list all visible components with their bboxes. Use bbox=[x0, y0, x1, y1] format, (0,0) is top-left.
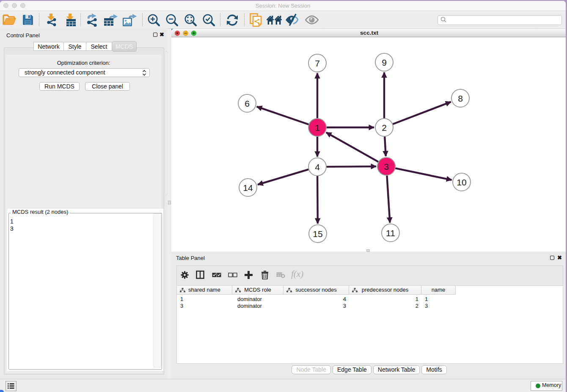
svg-text:3: 3 bbox=[384, 162, 389, 171]
svg-text:9: 9 bbox=[382, 58, 387, 67]
svg-text:1: 1 bbox=[315, 123, 320, 133]
svg-text:10: 10 bbox=[457, 177, 466, 187]
svg-text:11: 11 bbox=[386, 228, 395, 238]
svg-text:2: 2 bbox=[382, 123, 387, 133]
svg-text:7: 7 bbox=[315, 58, 320, 68]
svg-text:8: 8 bbox=[458, 94, 463, 103]
svg-text:15: 15 bbox=[313, 229, 322, 239]
svg-text:14: 14 bbox=[243, 183, 253, 193]
svg-text:4: 4 bbox=[315, 162, 320, 172]
svg-text:6: 6 bbox=[245, 99, 250, 108]
